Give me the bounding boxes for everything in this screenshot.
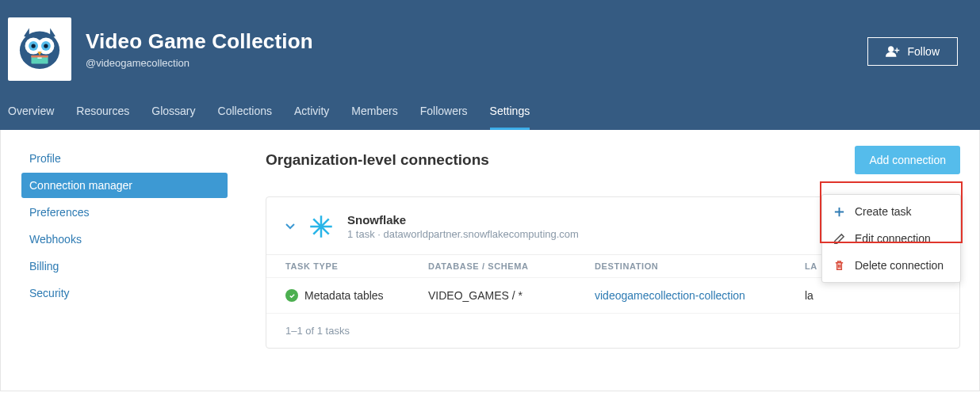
svg-point-6 bbox=[44, 44, 48, 48]
sidebar-item-preferences[interactable]: Preferences bbox=[21, 200, 228, 225]
status-ok-icon bbox=[285, 289, 298, 302]
task-type-value: Metadata tables bbox=[304, 289, 384, 302]
connection-actions-menu: Create task Edit connection Delete conne… bbox=[821, 194, 961, 283]
task-db-value: VIDEO_GAMES / * bbox=[428, 289, 595, 302]
tab-overview[interactable]: Overview bbox=[8, 105, 54, 130]
org-header: Video Game Collection @videogamecollecti… bbox=[0, 0, 980, 130]
connection-card: Snowflake 1 task · dataworldpartner.snow… bbox=[266, 196, 960, 349]
tab-members[interactable]: Members bbox=[351, 105, 397, 130]
menu-create-label: Create task bbox=[855, 205, 912, 218]
tab-followers[interactable]: Followers bbox=[420, 105, 468, 130]
sidebar-item-security[interactable]: Security bbox=[21, 280, 228, 306]
tab-settings[interactable]: Settings bbox=[490, 105, 530, 130]
trash-icon bbox=[833, 260, 845, 272]
follow-button[interactable]: Follow bbox=[867, 37, 958, 66]
tab-glossary[interactable]: Glossary bbox=[151, 105, 195, 130]
connection-title: Snowflake bbox=[347, 213, 579, 227]
col-destination: DESTINATION bbox=[595, 261, 805, 271]
sidebar-item-connection-manager[interactable]: Connection manager bbox=[21, 173, 228, 198]
menu-edit-label: Edit connection bbox=[855, 232, 931, 245]
col-task-type: TASK TYPE bbox=[285, 261, 428, 271]
main-content: Organization-level connections Add conne… bbox=[239, 130, 979, 391]
snowflake-icon bbox=[309, 215, 333, 238]
follow-label: Follow bbox=[908, 45, 940, 58]
task-last-value: la bbox=[805, 289, 940, 302]
plus-icon bbox=[833, 206, 845, 218]
pencil-icon bbox=[833, 233, 845, 245]
follow-person-plus-icon bbox=[886, 46, 900, 57]
sidebar-item-billing[interactable]: Billing bbox=[21, 253, 228, 279]
sidebar-item-profile[interactable]: Profile bbox=[21, 146, 228, 171]
col-database-schema: DATABASE / SCHEMA bbox=[428, 261, 595, 271]
page-title: Organization-level connections bbox=[266, 151, 489, 169]
tab-collections[interactable]: Collections bbox=[218, 105, 272, 130]
task-count-footer: 1–1 of 1 tasks bbox=[266, 313, 959, 348]
top-tabs: OverviewResourcesGlossaryCollectionsActi… bbox=[8, 105, 958, 130]
connection-subtitle: 1 task · dataworldpartner.snowflakecompu… bbox=[347, 228, 579, 240]
org-name: Video Game Collection bbox=[86, 29, 867, 54]
add-connection-button[interactable]: Add connection bbox=[855, 146, 960, 174]
svg-point-14 bbox=[319, 224, 323, 229]
svg-point-5 bbox=[31, 44, 35, 48]
chevron-down-icon[interactable] bbox=[285, 221, 295, 232]
task-destination-link[interactable]: videogamecollection-collection bbox=[595, 289, 805, 302]
svg-rect-8 bbox=[31, 55, 48, 58]
org-handle[interactable]: @videogamecollection bbox=[86, 57, 867, 69]
settings-sidebar: ProfileConnection managerPreferencesWebh… bbox=[1, 130, 239, 391]
menu-delete-label: Delete connection bbox=[855, 259, 944, 272]
tab-activity[interactable]: Activity bbox=[294, 105, 329, 130]
owl-icon bbox=[13, 23, 66, 75]
menu-edit-connection[interactable]: Edit connection bbox=[822, 225, 960, 252]
sidebar-item-webhooks[interactable]: Webhooks bbox=[21, 227, 228, 252]
menu-create-task[interactable]: Create task bbox=[822, 198, 960, 225]
svg-rect-9 bbox=[37, 58, 41, 59]
org-avatar bbox=[8, 17, 71, 81]
tab-resources[interactable]: Resources bbox=[76, 105, 129, 130]
menu-delete-connection[interactable]: Delete connection bbox=[822, 252, 960, 279]
